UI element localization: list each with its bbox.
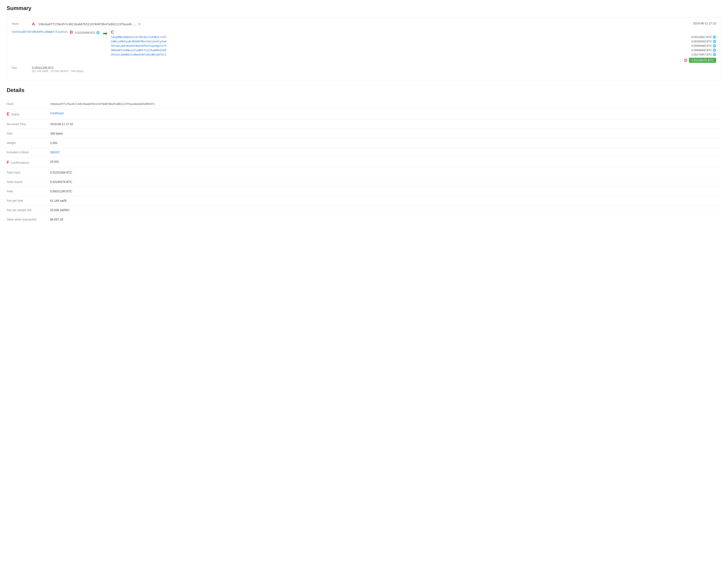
- detail-row-value-transacted: Value when transacted $4,057.29: [7, 215, 721, 224]
- input-amount-value: 0.52251656 BTC: [75, 31, 95, 34]
- total-row: D 0.52230376 BTC: [111, 58, 716, 63]
- detail-label-total-output: Total Output: [7, 177, 48, 187]
- fee-label: Fee: [12, 66, 29, 69]
- detail-value-fees: 0.00021280 BTC: [48, 187, 721, 196]
- detail-label-fee-per-wu: Fee per weight unit: [7, 206, 48, 215]
- arrow-right-icon: ➡: [103, 30, 107, 37]
- tx-io-area: 33drUaJDF7H7xMb3UPhjzNWqK7rkju4tZn B 0.5…: [12, 30, 716, 63]
- annotation-c: C: [111, 30, 716, 35]
- detail-row-fee-per-wu: Fee per weight unit 20.038 sat/WU: [7, 206, 721, 215]
- detail-value-value-transacted: $4,057.29: [48, 215, 721, 224]
- detail-row-hash: Hash 196eba07f176e457c48216ab87b52197848…: [7, 99, 721, 109]
- output-amount-4: 0.50176857 BTC 🌐: [691, 53, 716, 56]
- globe-icon-4: 🌐: [713, 53, 716, 56]
- output-address-0[interactable]: 1AupRNbu8qEeXx12LVRxXeJ7um3BJLrnZ7: [111, 35, 166, 39]
- detail-value-received-time: 2019-06-11 17:10: [48, 120, 721, 129]
- input-address[interactable]: 33drUaJDF7H7xMb3UPhjzNWqK7rkju4tZn: [12, 30, 67, 33]
- detail-label-value-transacted: Value when transacted: [7, 215, 48, 224]
- output-amount-2: 0.00695886 BTC 🌐: [691, 44, 716, 47]
- detail-label-hash: Hash: [7, 99, 48, 109]
- globe-icon-3: 🌐: [713, 49, 716, 52]
- fee-btc: 0.00021280 BTC: [32, 66, 83, 69]
- annotation-d: D: [684, 58, 687, 63]
- hash-row: Hash A 196eba07f176e457c48216ab87b521978…: [12, 22, 716, 27]
- annotation-a: A: [32, 22, 35, 27]
- block-link[interactable]: 580267: [50, 151, 60, 154]
- output-row-0: 1AupRNbu8qEeXx12LVRxXeJ7um3BJLrnZ7 0.003…: [111, 35, 716, 39]
- detail-label-status: E Status: [7, 109, 48, 120]
- detail-row-status: E Status Confirmed: [7, 109, 721, 120]
- output-row-3: 3BAXA6YotAWouuTyaQMrJ1jC4uaKWnZnUZ 0.006…: [111, 49, 716, 52]
- annotation-e: E: [7, 112, 9, 116]
- fee-detail: (61.149 sat/B - 20.038 sat/WU - 348 byte…: [32, 69, 83, 73]
- timestamp: 2019-06-11 17:10: [693, 22, 716, 25]
- detail-value-total-output: 0.52230376 BTC: [48, 177, 721, 187]
- globe-icon-1: 🌐: [713, 40, 716, 43]
- detail-label-block: Included in Block: [7, 148, 48, 157]
- fee-value-container: 0.00021280 BTC (61.149 sat/B - 20.038 sa…: [32, 66, 83, 73]
- fee-row: Fee 0.00021280 BTC (61.149 sat/B - 20.03…: [12, 66, 716, 73]
- detail-label-received-time: Received Time: [7, 120, 48, 129]
- annotation-f: F: [7, 160, 9, 165]
- globe-icon-2: 🌐: [713, 44, 716, 47]
- detail-label-fee-per-byte: Fee per byte: [7, 196, 48, 206]
- detail-row-total-input: Total Input 0.52251656 BTC: [7, 168, 721, 177]
- input-row: 33drUaJDF7H7xMb3UPhjzNWqK7rkju4tZn B 0.5…: [12, 30, 100, 35]
- detail-row-confirmations: F Confirmations 25,501: [7, 157, 721, 168]
- details-title: Details: [7, 87, 721, 94]
- detail-value-hash: 196eba07f176e457c48216ab87b52197848f8b4f…: [48, 99, 721, 109]
- summary-section: Summary Hash A 196eba07f176e457c48216ab8…: [7, 5, 721, 80]
- output-amount-0: 0.00318827 BTC 🌐: [691, 35, 716, 39]
- copy-icon[interactable]: ⧉: [138, 22, 140, 26]
- hash-line: A 196eba07f176e457c48216ab87b52197848f8b…: [32, 22, 693, 27]
- output-address-3[interactable]: 3BAXA6YotAWouuTyaQMrJ1jC4uaKWnZnUZ: [111, 49, 166, 52]
- annotation-b: B: [70, 30, 73, 34]
- detail-value-fee-per-byte: 61.149 sat/B: [48, 196, 721, 206]
- output-amount-1: 0.00350000 BTC 🌐: [691, 40, 716, 43]
- output-row-4: 3FGJec1bmNQih1AbpHtNfz6bjNKjm87Gr1 0.501…: [111, 53, 716, 56]
- status-confirmed: Confirmed: [50, 112, 64, 115]
- output-address-2[interactable]: 3Gta6s2b63Ke68Z4m61NfGwfoqcHqGfo7V: [111, 44, 166, 47]
- details-tbody: Hash 196eba07f176e457c48216ab87b52197848…: [7, 99, 721, 224]
- detail-row-weight: Weight 1,062: [7, 138, 721, 148]
- detail-row-total-output: Total Output 0.52230376 BTC: [7, 177, 721, 187]
- hash-label: Hash: [12, 22, 29, 25]
- details-section: Details Hash 196eba07f176e457c48216ab87b…: [7, 87, 721, 224]
- total-output-badge: 0.52230376 BTC: [689, 58, 716, 63]
- detail-value-status: Confirmed: [48, 109, 721, 120]
- globe-icon-input: 🌐: [96, 31, 100, 34]
- output-amount-3: 0.00688806 BTC 🌐: [691, 49, 716, 52]
- summary-card: Hash A 196eba07f176e457c48216ab87b521978…: [7, 17, 721, 80]
- detail-row-fee-per-byte: Fee per byte 61.149 sat/B: [7, 196, 721, 206]
- detail-label-weight: Weight: [7, 138, 48, 148]
- globe-icon-0: 🌐: [713, 35, 716, 39]
- detail-value-total-input: 0.52251656 BTC: [48, 168, 721, 177]
- output-address-1[interactable]: 1ABxjoM6XywDLRkbDHfNvYn6jcUxEiyYmd: [111, 40, 166, 43]
- hash-full-value: 196eba07f176e457c48216ab87b52197848f8b4f…: [50, 102, 155, 106]
- detail-value-confirmations: 25,501: [48, 157, 721, 168]
- tx-arrow: ➡: [103, 30, 107, 37]
- output-row-2: 3Gta6s2b63Ke68Z4m61NfGwfoqcHqGfo7V 0.006…: [111, 44, 716, 47]
- detail-row-fees: Fees 0.00021280 BTC: [7, 187, 721, 196]
- detail-value-weight: 1,062: [48, 138, 721, 148]
- detail-row-block: Included in Block 580267: [7, 148, 721, 157]
- detail-label-size: Size: [7, 129, 48, 138]
- detail-value-size: 348 bytes: [48, 129, 721, 138]
- input-amount: B 0.52251656 BTC 🌐: [70, 30, 100, 35]
- detail-value-block: 580267: [48, 148, 721, 157]
- details-table: Hash 196eba07f176e457c48216ab87b52197848…: [7, 99, 721, 224]
- detail-row-received-time: Received Time 2019-06-11 17:10: [7, 120, 721, 129]
- tx-inputs: 33drUaJDF7H7xMb3UPhjzNWqK7rkju4tZn B 0.5…: [12, 30, 100, 35]
- output-row-1: 1ABxjoM6XywDLRkbDHfNvYn6jcUxEiyYmd 0.003…: [111, 40, 716, 43]
- summary-title: Summary: [7, 5, 721, 12]
- output-address-4[interactable]: 3FGJec1bmNQih1AbpHtNfz6bjNKjm87Gr1: [111, 53, 166, 56]
- detail-value-fee-per-wu: 20.038 sat/WU: [48, 206, 721, 215]
- detail-label-confirmations: F Confirmations: [7, 157, 48, 168]
- detail-row-size: Size 348 bytes: [7, 129, 721, 138]
- hash-short-value: 196eba07f176e457c48216ab87b52197848f8b4f…: [38, 23, 137, 26]
- detail-label-fees: Fees: [7, 187, 48, 196]
- detail-label-total-input: Total Input: [7, 168, 48, 177]
- tx-outputs: C 1AupRNbu8qEeXx12LVRxXeJ7um3BJLrnZ7 0.0…: [111, 30, 716, 63]
